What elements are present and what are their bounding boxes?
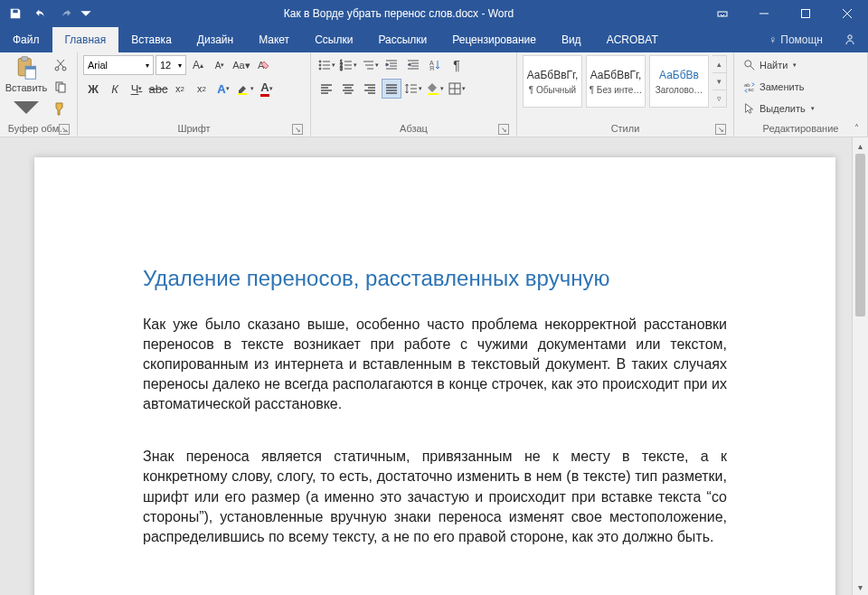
group-editing: Найти▾ abac Заменить Выделить▾ Редактиро… <box>734 52 868 137</box>
svg-rect-0 <box>718 12 727 16</box>
tab-acrobat[interactable]: ACROBAT <box>594 27 671 52</box>
tab-design[interactable]: Дизайн <box>184 27 246 52</box>
select-button[interactable]: Выделить▾ <box>740 99 818 118</box>
tab-layout[interactable]: Макет <box>246 27 302 52</box>
share-button[interactable] <box>832 33 868 47</box>
ribbon-options-icon[interactable] <box>702 0 743 27</box>
styles-down-icon[interactable]: ▾ <box>712 73 726 90</box>
styles-gallery-scroll: ▴ ▾ ▿ <box>712 55 727 108</box>
scroll-thumb[interactable] <box>855 154 865 316</box>
tab-file[interactable]: Файл <box>0 27 52 52</box>
redo-icon[interactable] <box>54 2 78 25</box>
tab-mailings[interactable]: Рассылки <box>365 27 439 52</box>
lightbulb-icon: ♀ <box>769 33 777 46</box>
minimize-icon[interactable] <box>743 0 785 27</box>
svg-rect-2 <box>802 10 810 18</box>
tell-me-search[interactable]: ♀ Помощн <box>760 33 832 46</box>
tab-home[interactable]: Главная <box>52 27 119 52</box>
doc-paragraph-1: Как уже было сказано выше, особенно част… <box>143 315 727 414</box>
scroll-down-icon[interactable]: ▾ <box>853 579 868 595</box>
change-case-icon[interactable]: Aa▾ <box>231 55 251 75</box>
doc-paragraph-2: Знак переноса является статичным, привяз… <box>143 447 727 546</box>
decrease-indent-icon[interactable] <box>382 55 401 75</box>
multilevel-list-icon[interactable]: ▾ <box>360 55 380 75</box>
font-size-select[interactable]: 12▾ <box>156 55 186 75</box>
cut-icon[interactable] <box>51 55 71 75</box>
shrink-font-icon[interactable]: A▾ <box>210 55 230 75</box>
italic-icon[interactable]: К <box>105 79 125 99</box>
font-launcher[interactable]: ↘ <box>292 124 303 135</box>
shading-icon[interactable]: ▾ <box>425 79 445 99</box>
copy-icon[interactable] <box>51 77 71 97</box>
ribbon: Вставить Буфер обм…↘ Arial▾ 12▾ A▴ A▾ Aa… <box>0 52 868 137</box>
qa-customize-icon[interactable] <box>80 2 92 25</box>
grow-font-icon[interactable]: A▴ <box>188 55 208 75</box>
show-marks-icon[interactable]: ¶ <box>447 55 467 75</box>
svg-point-18 <box>319 64 321 66</box>
doc-heading: Удаление переносов, расставленных вручну… <box>143 266 727 291</box>
clear-formatting-icon[interactable]: A <box>253 55 273 75</box>
numbering-icon[interactable]: 123▾ <box>338 55 358 75</box>
window-title: Как в Ворде убрать перенос слов.docx - W… <box>96 7 702 20</box>
bold-icon[interactable]: Ж <box>83 79 103 99</box>
group-styles-label: Стили <box>611 123 640 134</box>
align-left-icon[interactable] <box>316 79 336 99</box>
subscript-icon[interactable]: x2 <box>170 79 190 99</box>
svg-text:ac: ac <box>748 86 753 92</box>
paragraph-launcher[interactable]: ↘ <box>498 124 509 135</box>
font-color-icon[interactable]: A▾ <box>257 79 277 99</box>
save-icon[interactable] <box>4 2 27 25</box>
collapse-ribbon-icon[interactable]: ˄ <box>849 120 863 135</box>
tab-view[interactable]: Вид <box>549 27 594 52</box>
quick-access-toolbar <box>0 2 96 25</box>
highlight-icon[interactable]: ▾ <box>235 79 255 99</box>
vertical-scrollbar: ▴ ▾ <box>852 137 868 595</box>
style-heading1[interactable]: АаБбВв Заголово… <box>649 55 709 108</box>
increase-indent-icon[interactable] <box>403 55 423 75</box>
font-name-select[interactable]: Arial▾ <box>83 55 154 75</box>
styles-up-icon[interactable]: ▴ <box>712 56 726 73</box>
svg-point-5 <box>848 35 852 39</box>
clipboard-launcher[interactable]: ↘ <box>59 124 70 135</box>
group-styles: АаБбВвГг, ¶ Обычный АаБбВвГг, ¶ Без инте… <box>517 52 734 137</box>
window-controls <box>702 0 868 27</box>
titlebar: Как в Ворде убрать перенос слов.docx - W… <box>0 0 868 27</box>
tell-me-label: Помощн <box>780 33 823 46</box>
superscript-icon[interactable]: x2 <box>192 79 212 99</box>
style-nospacing[interactable]: АаБбВвГг, ¶ Без инте… <box>586 55 646 108</box>
align-center-icon[interactable] <box>338 79 358 99</box>
group-editing-label: Редактирование <box>763 123 839 134</box>
format-painter-icon[interactable] <box>51 99 71 118</box>
ribbon-tabs: Файл Главная Вставка Дизайн Макет Ссылки… <box>0 27 868 52</box>
find-button[interactable]: Найти▾ <box>740 55 818 75</box>
group-font-label: Шрифт <box>177 123 210 134</box>
tab-insert[interactable]: Вставка <box>118 27 184 52</box>
document-area: Удаление переносов, расставленных вручну… <box>0 137 868 595</box>
svg-rect-60 <box>428 93 439 95</box>
svg-point-11 <box>62 67 66 71</box>
styles-launcher[interactable]: ↘ <box>715 124 726 135</box>
tab-references[interactable]: Ссылки <box>302 27 365 52</box>
replace-button[interactable]: abac Заменить <box>740 77 818 97</box>
align-right-icon[interactable] <box>360 79 380 99</box>
document-page[interactable]: Удаление переносов, расставленных вручну… <box>34 157 835 595</box>
group-clipboard: Вставить Буфер обм…↘ <box>0 52 78 137</box>
tab-review[interactable]: Рецензирование <box>439 27 549 52</box>
svg-point-16 <box>319 61 321 62</box>
undo-icon[interactable] <box>29 2 52 25</box>
strikethrough-icon[interactable]: abc <box>148 79 168 99</box>
scroll-up-icon[interactable]: ▴ <box>853 137 868 154</box>
underline-icon[interactable]: Ч▾ <box>127 79 146 99</box>
sort-icon[interactable]: AЯ <box>425 55 445 75</box>
style-normal[interactable]: АаБбВвГг, ¶ Обычный <box>523 55 582 108</box>
svg-point-20 <box>319 68 321 70</box>
maximize-icon[interactable] <box>785 0 826 27</box>
paste-button[interactable]: Вставить <box>5 55 47 120</box>
close-icon[interactable] <box>826 0 868 27</box>
borders-icon[interactable]: ▾ <box>447 79 467 99</box>
line-spacing-icon[interactable]: ▾ <box>403 79 423 99</box>
text-effects-icon[interactable]: A▾ <box>213 79 233 99</box>
styles-expand-icon[interactable]: ▿ <box>712 90 726 107</box>
bullets-icon[interactable]: ▾ <box>316 55 336 75</box>
align-justify-icon[interactable] <box>382 79 401 99</box>
